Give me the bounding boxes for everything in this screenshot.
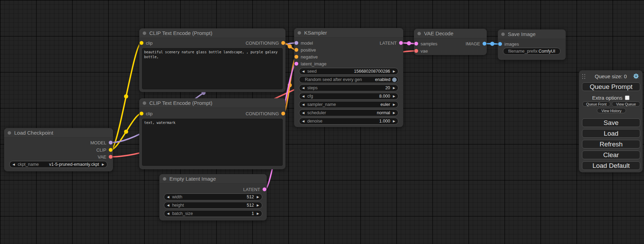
vae-input-port[interactable] [414, 49, 418, 53]
decrement-arrow-icon[interactable] [299, 95, 307, 98]
node-save-image[interactable]: Save Image images filename_prefix ComfyU… [498, 29, 566, 60]
decrement-arrow-icon[interactable] [164, 196, 172, 199]
increment-arrow-icon[interactable] [390, 120, 398, 123]
node-header[interactable]: CLIP Text Encode (Prompt) [139, 98, 285, 108]
widget-value: enabled [375, 77, 391, 82]
extra-options-checkbox[interactable] [625, 96, 629, 100]
node-header[interactable]: Save Image [498, 29, 566, 39]
positive-input-port[interactable] [294, 48, 298, 52]
node-header[interactable]: Empty Latent Image [159, 174, 267, 184]
output-slot-latent: LATENT [380, 40, 403, 46]
input-slot-positive: positive [294, 47, 316, 53]
increment-arrow-icon[interactable] [254, 212, 262, 215]
negative-input-port[interactable] [294, 55, 298, 59]
node-ksampler[interactable]: KSampler model positive negative latent_… [294, 28, 403, 127]
settings-gear-icon[interactable] [633, 73, 639, 79]
decrement-arrow-icon[interactable] [299, 111, 307, 115]
input-label: negative [301, 54, 318, 60]
input-label: positive [301, 47, 316, 53]
node-header[interactable]: VAE Decode [414, 29, 487, 38]
widget-denoise[interactable]: denoise 1.000 [299, 118, 398, 125]
images-input-port[interactable] [498, 42, 502, 46]
decrement-arrow-icon[interactable] [164, 204, 172, 207]
node-title: Save Image [508, 31, 536, 37]
decrement-arrow-icon[interactable] [164, 212, 172, 215]
increment-arrow-icon[interactable] [254, 196, 262, 199]
widget-height[interactable]: height 512 [164, 202, 262, 209]
input-slot-clip: clip [140, 111, 153, 116]
latent-output-port[interactable] [263, 188, 266, 191]
clip-input-port[interactable] [140, 41, 143, 45]
widget-steps[interactable]: steps 20 [299, 84, 398, 91]
node-clip-text-encode-negative[interactable]: CLIP Text Encode (Prompt) clip CONDITION… [139, 98, 285, 169]
save-button[interactable]: Save [582, 118, 640, 127]
view-history-button[interactable]: View History [597, 108, 626, 113]
queue-front-button[interactable]: Queue Front [582, 101, 610, 107]
input-slot-images: images [498, 42, 519, 47]
node-header[interactable]: CLIP Text Encode (Prompt) [139, 28, 285, 38]
decrement-arrow-icon[interactable] [299, 120, 307, 123]
node-status-dot-icon [143, 31, 146, 35]
widget-value: 8.000 [379, 94, 390, 99]
node-header[interactable]: KSampler [294, 28, 403, 38]
samples-input-port[interactable] [414, 42, 418, 46]
node-clip-text-encode-positive[interactable]: CLIP Text Encode (Prompt) clip CONDITION… [139, 28, 285, 92]
increment-arrow-icon[interactable] [390, 103, 398, 106]
widget-label: denoise [307, 119, 323, 124]
input-slot-samples: samples [414, 41, 437, 46]
positive-prompt-textarea[interactable]: beautiful scenery nature glass bottle la… [142, 48, 283, 89]
refresh-button[interactable]: Refresh [582, 140, 640, 148]
conditioning-output-port[interactable] [281, 112, 285, 116]
load-default-button[interactable]: Load Default [582, 161, 640, 170]
widget-batch-size[interactable]: batch_size 1 [164, 210, 262, 217]
widget-filename-prefix[interactable]: filename_prefix ComfyUI [503, 48, 561, 55]
widget-ckpt-name[interactable]: ckpt_name v1-5-pruned-emaonly.ckpt [9, 161, 107, 168]
decrement-arrow-icon[interactable] [299, 70, 307, 73]
latent-output-port[interactable] [399, 41, 403, 45]
increment-arrow-icon[interactable] [390, 87, 398, 90]
node-load-checkpoint[interactable]: Load Checkpoint MODEL CLIP VAE ckpt_name… [4, 128, 113, 171]
clear-button[interactable]: Clear [582, 151, 640, 159]
increment-arrow-icon[interactable] [390, 111, 398, 115]
output-label: CLIP [96, 147, 106, 153]
widget-value: 1.000 [379, 119, 390, 124]
node-status-dot-icon [417, 32, 421, 35]
increment-arrow-icon[interactable] [390, 70, 398, 73]
clip-output-port[interactable] [109, 148, 113, 152]
vae-output-port[interactable] [109, 155, 113, 159]
output-slot-model: MODEL [90, 140, 113, 145]
conditioning-output-port[interactable] [281, 41, 285, 45]
increment-arrow-icon[interactable] [390, 95, 398, 98]
input-slot-vae: vae [414, 48, 428, 54]
decrement-arrow-icon[interactable] [299, 103, 307, 106]
widget-cfg[interactable]: cfg 8.000 [299, 93, 398, 100]
widget-scheduler[interactable]: scheduler normal [299, 109, 398, 116]
latent-image-input-port[interactable] [294, 62, 298, 66]
model-output-port[interactable] [109, 141, 113, 145]
toggle-enabled-icon[interactable] [392, 78, 397, 82]
load-button[interactable]: Load [582, 129, 640, 138]
widget-value: 156680208700286 [354, 69, 390, 74]
increment-arrow-icon[interactable] [99, 163, 107, 166]
node-header[interactable]: Load Checkpoint [4, 128, 113, 138]
widget-random-seed-toggle[interactable]: Random seed after every gen enabled [299, 76, 398, 83]
widget-value: normal [377, 110, 390, 115]
output-slot-conditioning: CONDITIONING [246, 40, 285, 46]
negative-prompt-textarea[interactable]: text, watermark [142, 119, 283, 166]
node-title: CLIP Text Encode (Prompt) [149, 30, 212, 36]
widget-width[interactable]: width 512 [164, 193, 262, 200]
widget-seed[interactable]: seed 156680208700286 [299, 68, 398, 75]
image-output-port[interactable] [483, 42, 486, 46]
decrement-arrow-icon[interactable] [299, 87, 307, 90]
queue-prompt-button[interactable]: Queue Prompt [582, 82, 640, 91]
node-status-dot-icon [163, 177, 166, 181]
clip-input-port[interactable] [140, 112, 143, 116]
node-status-dot-icon [8, 131, 11, 135]
node-empty-latent-image[interactable]: Empty Latent Image LATENT width 512 heig… [159, 174, 267, 220]
view-queue-button[interactable]: View Queue [612, 101, 640, 107]
model-input-port[interactable] [294, 41, 298, 45]
node-vae-decode[interactable]: VAE Decode samples vae IMAGE [414, 29, 487, 55]
increment-arrow-icon[interactable] [254, 204, 262, 207]
decrement-arrow-icon[interactable] [10, 163, 18, 166]
widget-sampler-name[interactable]: sampler_name euler [299, 101, 398, 108]
